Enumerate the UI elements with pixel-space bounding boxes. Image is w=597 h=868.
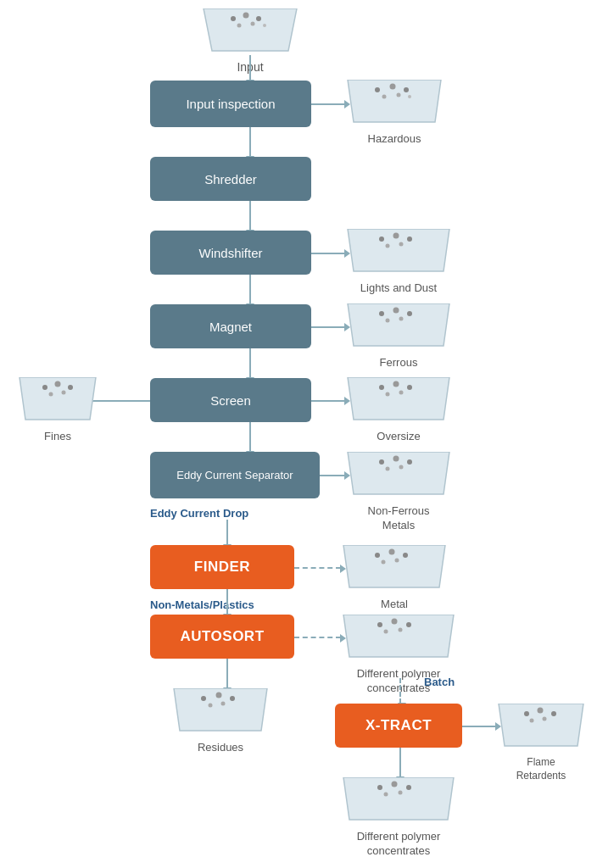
- svg-point-4: [237, 24, 242, 28]
- arrow-autosort-polymer: [294, 637, 341, 638]
- svg-point-23: [407, 311, 412, 316]
- svg-point-49: [395, 559, 399, 563]
- shredder-box: Shredder: [150, 157, 311, 201]
- svg-point-6: [263, 24, 266, 27]
- ferrous-label: Ferrous: [343, 356, 454, 369]
- svg-point-55: [399, 628, 403, 632]
- non-metals-note: Non-Metals/Plastics: [150, 598, 254, 611]
- hazardous-label: Hazardous: [343, 132, 445, 145]
- svg-point-29: [407, 385, 412, 390]
- svg-point-47: [403, 553, 408, 558]
- arrow-magnet-ferrous: [311, 326, 345, 328]
- arrow-finder-metal: [294, 567, 341, 569]
- svg-point-39: [379, 459, 384, 465]
- svg-point-13: [408, 95, 411, 98]
- svg-point-51: [377, 622, 382, 627]
- finder-box: FINDER: [150, 545, 294, 589]
- arrow-polymer1-xtract: [399, 678, 401, 704]
- svg-point-27: [379, 385, 384, 390]
- arrow-eddy-finder: [226, 520, 228, 545]
- svg-point-37: [62, 391, 66, 395]
- polymer-concentrates-2-label: Different polymer concentrates: [339, 830, 458, 859]
- svg-point-46: [389, 549, 395, 555]
- svg-point-42: [386, 467, 390, 471]
- svg-point-45: [375, 553, 380, 558]
- eddy-current-box: Eddy Current Separator: [150, 452, 320, 498]
- arrow-finder-autosort: [226, 589, 228, 615]
- hazardous-bin: Hazardous: [343, 80, 445, 145]
- svg-point-10: [404, 87, 409, 92]
- residues-label: Residues: [170, 741, 271, 754]
- fines-label: Fines: [15, 430, 100, 442]
- arrow-windshifter-magnet: [249, 275, 251, 304]
- arrow-xtract-polymer2: [399, 748, 401, 777]
- polymer-concentrates-bin-2: Different polymer concentrates: [339, 777, 458, 859]
- svg-point-15: [379, 236, 384, 242]
- svg-point-3: [256, 16, 261, 21]
- arrow-eddy-nonferrous: [320, 475, 345, 476]
- svg-point-72: [384, 793, 388, 797]
- fines-bin: Fines: [15, 377, 100, 442]
- arrow-inspection-shredder: [249, 127, 251, 157]
- svg-point-67: [543, 717, 547, 721]
- svg-point-11: [382, 95, 387, 99]
- svg-point-12: [397, 93, 401, 97]
- arrow-shredder-windshifter: [249, 201, 251, 231]
- ferrous-bin: Ferrous: [343, 303, 454, 369]
- non-ferrous-bin: Non-Ferrous Metals: [343, 452, 454, 533]
- svg-point-58: [216, 693, 222, 698]
- svg-marker-0: [204, 8, 297, 51]
- svg-point-40: [393, 456, 399, 462]
- svg-point-30: [386, 392, 390, 397]
- svg-point-33: [42, 385, 47, 390]
- svg-point-1: [231, 16, 236, 21]
- svg-point-69: [377, 785, 382, 790]
- svg-point-43: [399, 465, 404, 470]
- svg-point-2: [243, 13, 249, 19]
- svg-marker-50: [343, 615, 454, 657]
- lights-dust-label: Lights and Dust: [343, 281, 454, 294]
- lights-dust-bin: Lights and Dust: [343, 229, 454, 294]
- svg-marker-68: [343, 777, 454, 820]
- oversize-label: Oversize: [343, 430, 454, 442]
- svg-point-9: [390, 84, 396, 90]
- arrow-windshifter-lights: [311, 253, 345, 254]
- svg-point-63: [524, 711, 529, 716]
- flame-retardents-label: Flame Retardents: [494, 756, 588, 782]
- flame-retardents-bin: Flame Retardents: [494, 704, 588, 782]
- svg-point-17: [407, 236, 412, 242]
- svg-point-65: [551, 711, 556, 716]
- svg-point-61: [221, 702, 226, 706]
- non-ferrous-label: Non-Ferrous Metals: [343, 504, 454, 533]
- svg-point-41: [407, 459, 412, 465]
- svg-point-18: [386, 244, 390, 248]
- autosort-box: AUTOSORT: [150, 615, 294, 659]
- windshifter-box: Windshifter: [150, 231, 311, 275]
- svg-point-71: [406, 785, 411, 790]
- svg-point-64: [538, 708, 544, 714]
- svg-point-48: [382, 560, 386, 565]
- svg-point-60: [209, 704, 213, 708]
- batch-note: Batch: [424, 676, 455, 688]
- svg-point-16: [393, 233, 399, 239]
- arrow-inspection-hazardous: [311, 103, 345, 105]
- svg-point-34: [55, 381, 61, 387]
- residues-bin: Residues: [170, 688, 271, 754]
- svg-point-36: [49, 392, 53, 397]
- svg-point-28: [393, 381, 399, 387]
- svg-point-57: [201, 696, 206, 701]
- svg-point-22: [393, 308, 399, 314]
- input-inspection-box: Input inspection: [150, 81, 311, 127]
- oversize-bin: Oversize: [343, 377, 454, 442]
- svg-point-25: [399, 317, 404, 321]
- eddy-current-drop-note: Eddy Current Drop: [150, 507, 248, 520]
- svg-point-5: [251, 22, 255, 26]
- arrow-magnet-screen: [249, 348, 251, 378]
- x-tract-box: X-TRACT: [335, 704, 462, 748]
- arrow-autosort-residues: [226, 659, 228, 688]
- svg-point-35: [68, 385, 73, 390]
- arrow-screen-oversize: [311, 400, 345, 402]
- svg-point-66: [530, 719, 534, 723]
- arrow-input-to-inspection: [249, 55, 251, 81]
- arrow-xtract-flame: [462, 726, 496, 727]
